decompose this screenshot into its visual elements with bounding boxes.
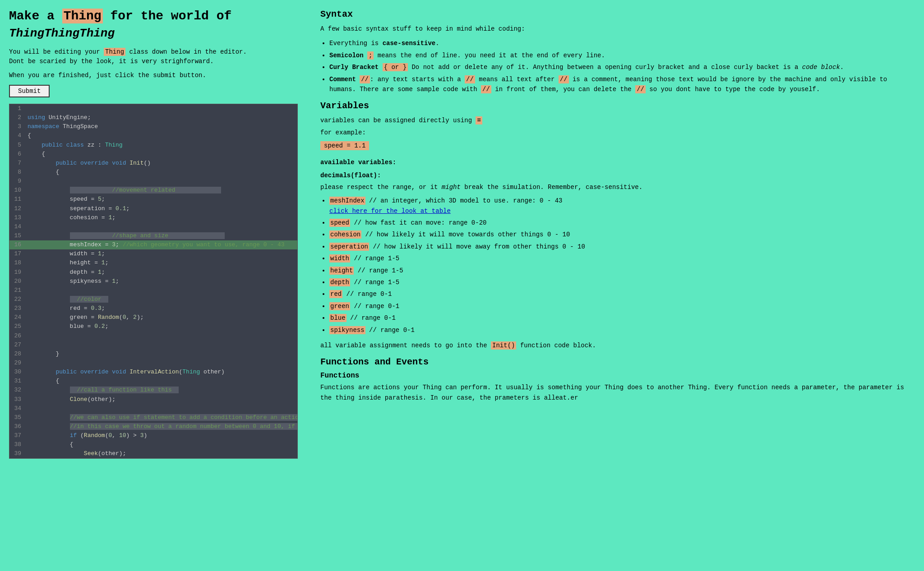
code-line-13: 13 cohesion = 1; (9, 213, 297, 222)
intro-line-2: When you are finished, just click the su… (9, 71, 298, 80)
code-line-7: 7 public override void Init() (9, 159, 297, 168)
code-line-26: 26 (9, 332, 297, 341)
variables-title: Variables (320, 101, 910, 111)
code-line-29: 29 (9, 359, 297, 368)
code-line-31: 31 { (9, 377, 297, 386)
right-panel: Syntax A few basic syntax stuff to keep … (307, 0, 924, 571)
title-thing: Thing (62, 9, 103, 23)
code-line-22: 22 //color (9, 295, 297, 304)
var-speed: speed // how fast it can move: range 0-2… (329, 218, 910, 228)
code-line-37: 37 if (Random(0, 10) > 3) (9, 431, 297, 440)
var-red: red // range 0-1 (329, 289, 910, 299)
code-line-19: 19 depth = 1; (9, 268, 297, 277)
code-line-10: 10 //movement related (9, 186, 297, 195)
code-line-24: 24 green = Random(0, 2); (9, 313, 297, 322)
code-line-4: 4{ (9, 131, 297, 140)
decimals-label: decimals(float): (320, 170, 910, 180)
code-line-20: 20 spikyness = 1; (9, 277, 297, 286)
var-depth: depth // range 1-5 (329, 277, 910, 287)
functions-subtitle: Functions (320, 372, 910, 380)
code-editor[interactable]: 1 2using UnityEngine; 3namespace ThingSp… (9, 104, 298, 459)
var-meshIndex: meshIndex // an integer, which 3D model … (329, 196, 910, 216)
code-line-14: 14 (9, 222, 297, 231)
main-title: Make a Thing for the world of (9, 9, 298, 23)
speed-example: speed = 1.1 (320, 141, 369, 150)
code-line-25: 25 blue = 0.2; (9, 322, 297, 331)
var-seperation: seperation // how likely it will move aw… (329, 242, 910, 252)
code-line-32: 32 //call a function like this (9, 386, 297, 395)
code-line-21: 21 (9, 286, 297, 295)
code-line-17: 17 width = 1; (9, 249, 297, 258)
left-panel: Make a Thing for the world of ThingThing… (0, 0, 307, 571)
thing-inline: Thing (104, 48, 125, 56)
var-blue: blue // range 0-1 (329, 313, 910, 323)
code-line-3: 3namespace ThingSpace (9, 122, 297, 131)
code-line-35: 35 //we can also use if statement to add… (9, 413, 297, 422)
code-line-1: 1 (9, 104, 297, 113)
code-line-5: 5 public class zz : Thing (9, 141, 297, 150)
var-width: width // range 1-5 (329, 253, 910, 263)
code-line-2: 2using UnityEngine; (9, 113, 297, 122)
syntax-item-3: Curly Bracket { or } Do not add or delet… (329, 62, 910, 72)
code-line-34: 34 (9, 404, 297, 413)
code-line-15: 15 //shape and size (9, 231, 297, 240)
title-suffix: for the world of (103, 9, 232, 23)
var-green: green // range 0-1 (329, 301, 910, 311)
code-line-38: 38 { (9, 440, 297, 449)
code-line-23: 23 red = 0.3; (9, 304, 297, 313)
code-line-30: 30 public override void IntervalAction(T… (9, 368, 297, 377)
decimals-desc: please respect the range, or it might br… (320, 182, 910, 192)
code-line-8: 8 { (9, 168, 297, 177)
syntax-title: Syntax (320, 9, 910, 19)
init-note: all variable assignment needs to go into… (320, 341, 910, 350)
code-line-18: 18 height = 1; (9, 258, 297, 267)
code-line-6: 6 { (9, 150, 297, 159)
code-line-33: 33 Clone(other); (9, 395, 297, 404)
var-height: height // range 1-5 (329, 266, 910, 276)
functions-desc: Functions are actions your Thing can per… (320, 382, 910, 403)
syntax-item-4: Comment //: any text starts with a // me… (329, 74, 910, 95)
code-line-36: 36 //in this case we throw out a random … (9, 422, 297, 431)
title-prefix: Make a (9, 9, 62, 23)
code-line-27: 27 (9, 341, 297, 350)
syntax-list: Everything is case-sensitive. Semicolon … (320, 38, 910, 94)
intro-line-1: You will be editing your Thing class dow… (9, 47, 298, 66)
syntax-intro: A few basic syntax stuff to keep in mind… (320, 24, 910, 34)
var-spikyness: spikyness // range 0-1 (329, 325, 910, 335)
syntax-item-1: Everything is case-sensitive. (329, 38, 910, 48)
subtitle: ThingThingThing (9, 27, 298, 40)
variables-example-label: for example: (320, 128, 910, 138)
functions-title: Functions and Events (320, 357, 910, 367)
syntax-item-2: Semicolon ; means the end of line. you n… (329, 51, 910, 60)
submit-button[interactable]: Submit (9, 85, 50, 97)
variable-list: meshIndex // an integer, which 3D model … (320, 196, 910, 335)
var-cohesion: cohesion // how likely it will move towa… (329, 230, 910, 239)
code-line-28: 28 } (9, 350, 297, 359)
code-line-39: 39 Seek(other); (9, 449, 297, 458)
code-line-16: 16 meshIndex = 3; //which geometry you w… (9, 240, 297, 249)
code-line-11: 11 speed = 5; (9, 195, 297, 204)
code-line-12: 12 seperation = 0.1; (9, 204, 297, 213)
available-label: available variables: (320, 157, 910, 167)
code-line-9: 9 (9, 177, 297, 186)
variables-intro: variables can be assigned directly using… (320, 115, 910, 125)
mesh-table-link[interactable]: click here for the look at table (329, 207, 451, 215)
